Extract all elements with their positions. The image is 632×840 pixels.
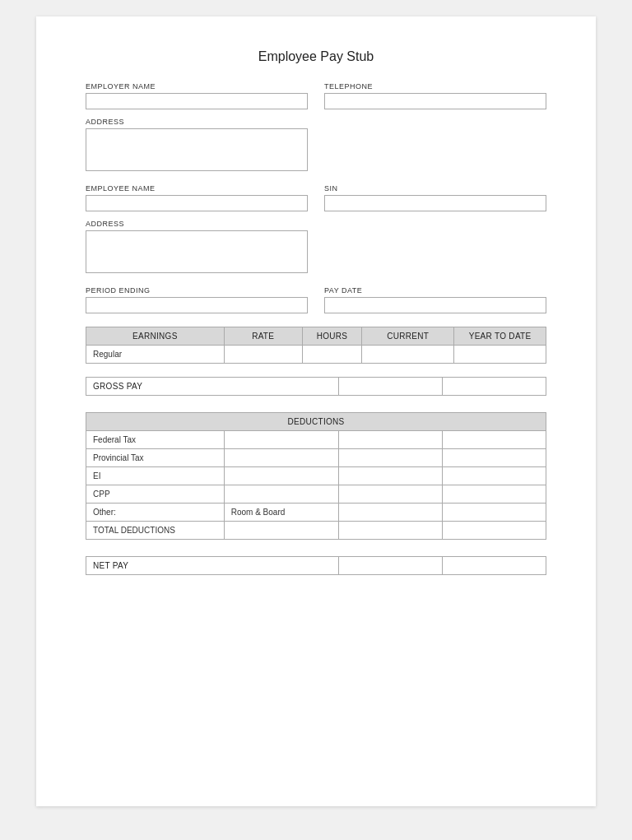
gross-pay-row: GROSS PAY bbox=[86, 378, 546, 396]
deductions-other-current bbox=[339, 504, 443, 522]
net-pay-table: NET PAY bbox=[86, 556, 546, 575]
deductions-federal-label: Federal Tax bbox=[86, 431, 225, 449]
deductions-cpp-sublabel bbox=[224, 485, 339, 504]
telephone-label: TELEPHONE bbox=[324, 82, 546, 90]
earnings-row-hours bbox=[302, 346, 362, 364]
pay-date-label: PAY DATE bbox=[324, 286, 546, 295]
employee-name-group: EMPLOYEE NAME bbox=[86, 184, 308, 211]
deductions-ei-current bbox=[339, 467, 443, 485]
employer-row-1: EMPLOYER NAME TELEPHONE bbox=[86, 82, 546, 109]
deductions-provincial-ytd bbox=[443, 449, 546, 467]
net-pay-label: NET PAY bbox=[86, 557, 339, 575]
deductions-cpp-current bbox=[339, 485, 443, 504]
deductions-table: DEDUCTIONS Federal Tax Provincial Tax EI bbox=[86, 412, 546, 540]
deductions-total-current bbox=[339, 522, 443, 540]
employee-row-1: EMPLOYEE NAME SIN bbox=[86, 184, 546, 211]
deductions-total-ytd bbox=[443, 522, 546, 540]
rate-col-header: RATE bbox=[224, 327, 302, 346]
deductions-federal-current bbox=[339, 431, 443, 449]
sin-group: SIN bbox=[324, 184, 546, 211]
employer-address-row: ADDRESS bbox=[86, 118, 546, 171]
deductions-federal-row: Federal Tax bbox=[86, 431, 546, 449]
pay-stub-page: Employee Pay Stub EMPLOYER NAME TELEPHON… bbox=[36, 16, 596, 806]
page-title: Employee Pay Stub bbox=[86, 49, 546, 64]
deductions-provincial-current bbox=[339, 449, 443, 467]
net-pay-current bbox=[339, 557, 443, 575]
hours-col-header: HOURS bbox=[302, 327, 362, 346]
period-row: PERIOD ENDING PAY DATE bbox=[86, 286, 546, 313]
deductions-federal-sublabel bbox=[224, 431, 339, 449]
current-col-header: CURRENT bbox=[362, 327, 454, 346]
employee-address-group: ADDRESS bbox=[86, 220, 308, 273]
employee-address-label: ADDRESS bbox=[86, 220, 308, 228]
net-pay-ytd bbox=[443, 557, 546, 575]
gross-pay-label: GROSS PAY bbox=[86, 378, 339, 396]
sin-input[interactable] bbox=[324, 195, 546, 211]
deductions-total-sublabel bbox=[224, 522, 339, 540]
period-ending-input[interactable] bbox=[86, 297, 308, 313]
earnings-row-ytd bbox=[454, 346, 546, 364]
deductions-other-label: Other: bbox=[86, 504, 225, 522]
deductions-cpp-row: CPP bbox=[86, 485, 546, 504]
earnings-row-label: Regular bbox=[86, 346, 225, 364]
sin-label: SIN bbox=[324, 184, 546, 193]
net-pay-row: NET PAY bbox=[86, 557, 546, 575]
employer-address-right-spacer bbox=[324, 118, 546, 171]
deductions-cpp-ytd bbox=[443, 485, 546, 504]
earnings-row-rate bbox=[224, 346, 302, 364]
period-ending-group: PERIOD ENDING bbox=[86, 286, 308, 313]
employer-address-input[interactable] bbox=[86, 128, 308, 171]
ytd-col-header: YEAR TO DATE bbox=[454, 327, 546, 346]
deductions-ei-ytd bbox=[443, 467, 546, 485]
deductions-cpp-label: CPP bbox=[86, 485, 225, 504]
deductions-other-sublabel: Room & Board bbox=[224, 504, 339, 522]
gross-pay-current bbox=[339, 378, 443, 396]
deductions-ei-row: EI bbox=[86, 467, 546, 485]
pay-date-input[interactable] bbox=[324, 297, 546, 313]
period-ending-label: PERIOD ENDING bbox=[86, 286, 308, 295]
earnings-table: EARNINGS RATE HOURS CURRENT YEAR TO DATE… bbox=[86, 327, 546, 364]
deductions-federal-ytd bbox=[443, 431, 546, 449]
period-section: PERIOD ENDING PAY DATE bbox=[86, 286, 546, 313]
deductions-total-row: TOTAL DEDUCTIONS bbox=[86, 522, 546, 540]
telephone-input[interactable] bbox=[324, 93, 546, 109]
employee-address-right-spacer bbox=[324, 220, 546, 273]
employer-address-group: ADDRESS bbox=[86, 118, 308, 171]
deductions-provincial-sublabel bbox=[224, 449, 339, 467]
pay-date-group: PAY DATE bbox=[324, 286, 546, 313]
employer-name-group: EMPLOYER NAME bbox=[86, 82, 308, 109]
deductions-ei-sublabel bbox=[224, 467, 339, 485]
deductions-other-ytd bbox=[443, 504, 546, 522]
employee-name-input[interactable] bbox=[86, 195, 308, 211]
deductions-total-label: TOTAL DEDUCTIONS bbox=[86, 522, 225, 540]
employer-name-label: EMPLOYER NAME bbox=[86, 82, 308, 90]
employer-address-label: ADDRESS bbox=[86, 118, 308, 126]
gross-pay-table: GROSS PAY bbox=[86, 377, 546, 396]
employer-name-input[interactable] bbox=[86, 93, 308, 109]
earnings-row-current bbox=[362, 346, 454, 364]
earnings-header-row: EARNINGS RATE HOURS CURRENT YEAR TO DATE bbox=[86, 327, 546, 346]
employee-name-label: EMPLOYEE NAME bbox=[86, 184, 308, 193]
deductions-other-row: Other: Room & Board bbox=[86, 504, 546, 522]
earnings-row: Regular bbox=[86, 346, 546, 364]
gross-pay-ytd bbox=[443, 378, 546, 396]
employer-section: EMPLOYER NAME TELEPHONE ADDRESS bbox=[86, 82, 546, 171]
employee-address-row: ADDRESS bbox=[86, 220, 546, 273]
employee-address-input[interactable] bbox=[86, 230, 308, 273]
deductions-header-row: DEDUCTIONS bbox=[86, 413, 546, 431]
telephone-group: TELEPHONE bbox=[324, 82, 546, 109]
deductions-header: DEDUCTIONS bbox=[86, 413, 546, 431]
deductions-provincial-label: Provincial Tax bbox=[86, 449, 225, 467]
earnings-col-header: EARNINGS bbox=[86, 327, 225, 346]
deductions-provincial-row: Provincial Tax bbox=[86, 449, 546, 467]
employee-section: EMPLOYEE NAME SIN ADDRESS bbox=[86, 184, 546, 273]
deductions-ei-label: EI bbox=[86, 467, 225, 485]
